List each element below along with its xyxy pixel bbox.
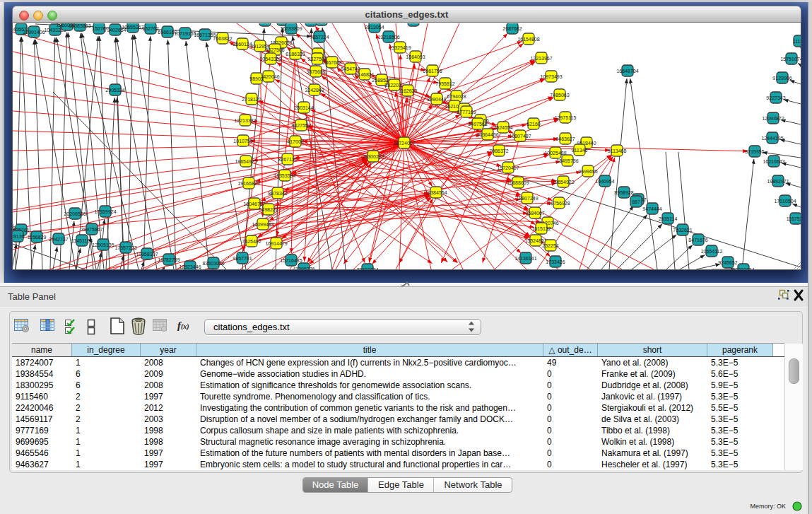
svg-text:17010504: 17010504 [774,199,796,204]
svg-text:9474444: 9474444 [642,206,661,211]
svg-text:12444195: 12444195 [761,136,783,141]
svg-text:41395376: 41395376 [293,267,314,270]
svg-text:16210643: 16210643 [763,159,784,164]
svg-text:10543362: 10543362 [259,57,281,62]
svg-text:10655267: 10655267 [122,25,143,30]
svg-text:2942737: 2942737 [49,237,68,242]
svg-text:2803144: 2803144 [294,105,313,110]
svg-text:16154808: 16154808 [517,37,539,42]
svg-text:2867608: 2867608 [322,60,341,65]
svg-text:19892971: 19892971 [767,179,789,184]
svg-text:14136141: 14136141 [514,256,536,261]
svg-text:2087682: 2087682 [502,26,522,31]
svg-text:10807487: 10807487 [509,134,531,139]
svg-text:9146821: 9146821 [355,72,374,77]
svg-text:17357223: 17357223 [114,245,136,250]
svg-text:20991406: 20991406 [23,30,45,35]
svg-text:1640954: 1640954 [595,179,614,184]
svg-text:1010755: 1010755 [233,139,252,144]
svg-text:16914479: 16914479 [265,241,287,246]
svg-text:1864093: 1864093 [406,54,425,59]
svg-text:12093872: 12093872 [762,116,784,121]
svg-text:25300293: 25300293 [362,154,384,159]
svg-text:417006: 417006 [287,139,303,144]
svg-text:1162625: 1162625 [399,88,418,93]
svg-text:13524851: 13524851 [524,238,546,243]
svg-text:3875685: 3875685 [306,69,325,74]
svg-text:15751074: 15751074 [780,57,801,62]
svg-text:18807249: 18807249 [516,196,538,201]
svg-text:2718120: 2718120 [242,97,261,102]
svg-text:12213382: 12213382 [234,118,256,123]
svg-text:9857791: 9857791 [233,256,252,261]
svg-text:6961758: 6961758 [423,69,442,74]
svg-text:1167533: 1167533 [787,216,801,221]
svg-text:16046768: 16046768 [243,201,265,206]
svg-text:7955812: 7955812 [435,81,454,86]
svg-text:7632621: 7632621 [673,228,692,233]
svg-text:319139: 319139 [13,226,16,230]
svg-text:7485063: 7485063 [550,93,569,98]
svg-text:8878342: 8878342 [268,191,287,196]
svg-text:7625402: 7625402 [242,239,261,244]
svg-text:20206536: 20206536 [64,211,86,216]
svg-text:7986372: 7986372 [489,148,508,153]
svg-text:9777169: 9777169 [457,110,476,115]
svg-text:9245652: 9245652 [718,260,737,265]
svg-text:8958928: 8958928 [614,190,633,195]
svg-text:7857224: 7857224 [310,35,329,40]
svg-text:10688609: 10688609 [507,180,529,185]
svg-text:92832764: 92832764 [732,267,754,270]
svg-text:19654925: 19654925 [235,159,257,164]
svg-text:9227343: 9227343 [766,95,785,100]
svg-text:252254: 252254 [542,243,558,248]
svg-text:19756928: 19756928 [548,201,570,206]
svg-text:72423884: 72423884 [356,267,378,270]
svg-text:19166829: 19166829 [237,181,259,186]
svg-text:18724007: 18724007 [393,141,415,146]
svg-text:8660124: 8660124 [233,42,252,47]
svg-text:19218506: 19218506 [377,35,399,40]
svg-text:15720407: 15720407 [497,165,519,170]
svg-text:19384554: 19384554 [425,190,447,195]
svg-text:10025488: 10025488 [544,151,566,156]
svg-text:2935114: 2935114 [659,216,678,221]
svg-text:39139: 39139 [13,234,25,239]
svg-text:15716485: 15716485 [280,258,302,263]
svg-text:3242848: 3242848 [305,88,324,93]
svg-text:14099489: 14099489 [252,222,273,227]
svg-text:5498222: 5498222 [259,207,278,212]
svg-text:6794028: 6794028 [447,94,466,99]
svg-text:16033809: 16033809 [280,26,302,31]
svg-text:9327506: 9327506 [265,47,284,52]
svg-text:10654112: 10654112 [701,249,723,254]
svg-text:687: 687 [632,199,640,204]
svg-text:17359924: 17359924 [94,209,116,214]
svg-text:8215955: 8215955 [745,149,764,154]
svg-text:20364436: 20364436 [476,132,498,137]
svg-text:11353594: 11353594 [274,173,296,178]
svg-text:83503056: 83503056 [202,261,224,266]
svg-text:12975115: 12975115 [555,115,577,120]
svg-text:19654923: 19654923 [552,180,574,185]
svg-text:911346: 911346 [572,148,588,153]
svg-text:12905135: 12905135 [92,243,114,247]
svg-text:152762: 152762 [142,26,158,31]
svg-text:8822037: 8822037 [384,83,404,88]
svg-text:8454749: 8454749 [341,66,360,71]
svg-text:10719155: 10719155 [174,31,196,36]
svg-text:12923446: 12923446 [179,264,201,269]
svg-text:10973493: 10973493 [540,74,562,79]
svg-text:6497568: 6497568 [468,122,487,127]
svg-text:16648784: 16648784 [616,69,638,74]
svg-text:16782759: 16782759 [158,257,180,262]
svg-text:9463627: 9463627 [555,136,575,141]
svg-text:1156829: 1156829 [28,235,47,240]
svg-text:13325419: 13325419 [389,45,411,50]
svg-text:1733426: 1733426 [546,259,565,264]
svg-text:62160: 62160 [526,122,541,127]
svg-text:1615132: 1615132 [531,226,551,231]
svg-text:18495756: 18495756 [556,158,578,163]
svg-text:8267130: 8267130 [278,157,297,162]
svg-text:9684067: 9684067 [525,211,544,216]
